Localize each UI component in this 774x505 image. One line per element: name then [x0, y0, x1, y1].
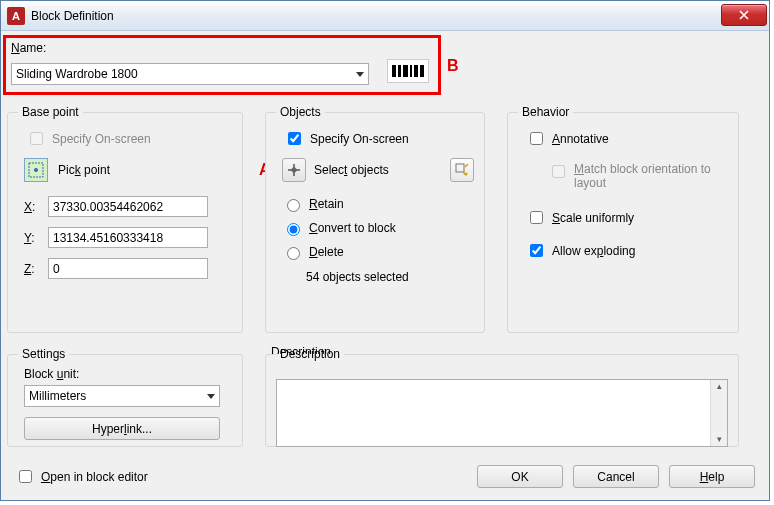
objects-group: Objects Specify On-screen Select objects… [265, 105, 485, 333]
scrollbar[interactable]: ▴ ▾ [710, 380, 727, 446]
delete-input[interactable] [287, 247, 300, 260]
scroll-down-icon[interactable]: ▾ [717, 435, 722, 444]
close-button[interactable] [721, 4, 767, 26]
delete-radio[interactable]: Delete [282, 244, 474, 260]
x-label: X: [24, 200, 38, 214]
y-label: Y: [24, 231, 38, 245]
window-title: Block Definition [31, 9, 721, 23]
y-input[interactable] [48, 227, 208, 248]
annotative-input[interactable] [530, 132, 543, 145]
block-preview [387, 59, 429, 83]
help-button[interactable]: Help [669, 465, 755, 488]
svg-rect-3 [403, 65, 408, 77]
delete-label: Delete [309, 245, 344, 259]
svg-rect-1 [392, 65, 396, 77]
pick-point-label: Pick point [58, 163, 110, 177]
explode-input[interactable] [530, 244, 543, 257]
pick-point-button[interactable] [24, 158, 48, 182]
objects-specify-label: Specify On-screen [310, 132, 409, 146]
block-unit-label: Block unit: [24, 367, 232, 381]
svg-rect-10 [456, 164, 464, 172]
svg-rect-5 [414, 65, 418, 77]
basepoint-specify-label: Specify On-screen [52, 132, 151, 146]
name-value: Sliding Wardrobe 1800 [16, 67, 138, 81]
settings-group: Settings Block unit: Millimeters Hyperli… [7, 347, 243, 447]
settings-legend: Settings [18, 347, 69, 361]
basepoint-specify-check: Specify On-screen [26, 129, 232, 148]
svg-point-8 [34, 168, 38, 172]
z-label: Z: [24, 262, 38, 276]
annotative-label: Annotative [552, 132, 609, 146]
match-orientation-label: Match block orientation to layout [574, 162, 728, 190]
open-in-editor-label: Open in block editor [41, 470, 148, 484]
close-icon [739, 10, 749, 20]
objects-specify-input[interactable] [288, 132, 301, 145]
select-objects-button[interactable] [282, 158, 306, 182]
annotation-label-b: B [447, 57, 459, 75]
open-in-editor-input[interactable] [19, 470, 32, 483]
scale-input[interactable] [530, 211, 543, 224]
name-label: Name: [11, 41, 46, 55]
x-input[interactable] [48, 196, 208, 217]
svg-rect-6 [420, 65, 424, 77]
svg-point-11 [465, 173, 468, 176]
retain-radio[interactable]: Retain [282, 196, 474, 212]
explode-check[interactable]: Allow exploding [526, 241, 728, 260]
preview-icon [391, 64, 425, 78]
match-orientation-input [552, 165, 565, 178]
explode-label: Allow exploding [552, 244, 635, 258]
convert-radio[interactable]: Convert to block [282, 220, 474, 236]
retain-input[interactable] [287, 199, 300, 212]
quick-select-button[interactable] [450, 158, 474, 182]
convert-label: Convert to block [309, 221, 396, 235]
app-icon: A [7, 7, 25, 25]
select-objects-label: Select objects [314, 163, 389, 177]
dialog-window: A Block Definition B A Name: Sliding War… [0, 0, 770, 501]
hyperlink-button[interactable]: Hyperlink... [24, 417, 220, 440]
name-combo[interactable]: Sliding Wardrobe 1800 [11, 63, 369, 85]
chevron-down-icon [356, 72, 364, 77]
svg-rect-2 [398, 65, 401, 77]
dialog-footer: Open in block editor OK Cancel Help [15, 465, 755, 488]
objects-status: 54 objects selected [306, 270, 474, 284]
block-unit-value: Millimeters [29, 389, 86, 403]
chevron-down-icon [207, 394, 215, 399]
dialog-content: B A Name: Sliding Wardrobe 1800 Base poi… [1, 31, 769, 500]
objects-legend: Objects [276, 105, 325, 119]
quick-select-icon [455, 163, 469, 177]
retain-label: Retain [309, 197, 344, 211]
match-orientation-check: Match block orientation to layout [548, 162, 728, 190]
description-textarea[interactable]: ▴ ▾ [276, 379, 728, 447]
block-unit-combo[interactable]: Millimeters [24, 385, 220, 407]
basepoint-specify-input [30, 132, 43, 145]
objects-specify-check[interactable]: Specify On-screen [284, 129, 474, 148]
basepoint-group: Base point Specify On-screen Pick point … [7, 105, 243, 333]
open-in-editor-check[interactable]: Open in block editor [15, 467, 148, 486]
pick-point-icon [28, 162, 44, 178]
behavior-group: Behavior Annotative Match block orientat… [507, 105, 739, 333]
title-bar: A Block Definition [1, 1, 769, 31]
svg-rect-4 [410, 65, 412, 77]
hyperlink-label: Hyperlink... [92, 422, 152, 436]
select-objects-icon [287, 163, 301, 177]
scale-label: Scale uniformly [552, 211, 634, 225]
convert-input[interactable] [287, 223, 300, 236]
cancel-button[interactable]: Cancel [573, 465, 659, 488]
ok-button[interactable]: OK [477, 465, 563, 488]
basepoint-legend: Base point [18, 105, 83, 119]
behavior-legend: Behavior [518, 105, 573, 119]
scroll-up-icon[interactable]: ▴ [717, 382, 722, 391]
annotative-check[interactable]: Annotative [526, 129, 728, 148]
scale-check[interactable]: Scale uniformly [526, 208, 728, 227]
z-input[interactable] [48, 258, 208, 279]
